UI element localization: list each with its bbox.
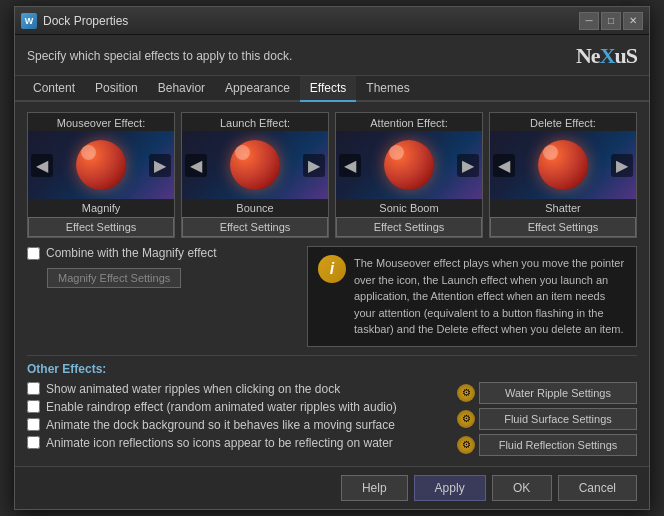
fluid-reflection-button[interactable]: Fluid Reflection Settings <box>479 434 637 456</box>
water-ripple-icon: ⚙ <box>457 384 475 402</box>
ripple-label: Show animated water ripples when clickin… <box>46 382 340 396</box>
nexus-logo: NeXuS <box>576 43 637 69</box>
tab-themes[interactable]: Themes <box>356 76 419 102</box>
info-text: The Mouseover effect plays when you move… <box>354 255 626 338</box>
background-label: Animate the dock background so it behave… <box>46 418 395 432</box>
raindrop-checkbox[interactable] <box>27 400 40 413</box>
mouseover-prev-arrow[interactable]: ◀ <box>31 154 53 177</box>
mouseover-settings-button[interactable]: Effect Settings <box>28 217 174 237</box>
attention-effect-label: Attention Effect: <box>368 113 449 131</box>
top-message: Specify which special effects to apply t… <box>27 49 292 63</box>
mouseover-effect-card: Mouseover Effect: ◀ ▶ Magnify Effect Set… <box>27 112 175 238</box>
mouseover-effect-name: Magnify <box>80 199 123 217</box>
delete-settings-button[interactable]: Effect Settings <box>490 217 636 237</box>
reflection-checkbox-row: Animate icon reflections so icons appear… <box>27 436 447 450</box>
delete-next-arrow[interactable]: ▶ <box>611 154 633 177</box>
background-checkbox[interactable] <box>27 418 40 431</box>
attention-next-arrow[interactable]: ▶ <box>457 154 479 177</box>
mouseover-effect-preview: ◀ ▶ <box>28 131 174 199</box>
attention-preview-image <box>384 140 434 190</box>
attention-prev-arrow[interactable]: ◀ <box>339 154 361 177</box>
fluid-surface-row: ⚙ Fluid Surface Settings <box>457 408 637 430</box>
launch-effect-card: Launch Effect: ◀ ▶ Bounce Effect Setting… <box>181 112 329 238</box>
app-icon: W <box>21 13 37 29</box>
info-box: i The Mouseover effect plays when you mo… <box>307 246 637 347</box>
mouseover-preview-image <box>76 140 126 190</box>
launch-next-arrow[interactable]: ▶ <box>303 154 325 177</box>
combine-label: Combine with the Magnify effect <box>46 246 217 260</box>
delete-effect-card: Delete Effect: ◀ ▶ Shatter Effect Settin… <box>489 112 637 238</box>
ripple-checkbox[interactable] <box>27 382 40 395</box>
combine-checkbox-row: Combine with the Magnify effect <box>27 246 297 260</box>
dock-properties-window: W Dock Properties ─ □ ✕ Specify which sp… <box>14 6 650 510</box>
other-effects-buttons: ⚙ Water Ripple Settings ⚙ Fluid Surface … <box>457 382 637 456</box>
top-bar: Specify which special effects to apply t… <box>15 35 649 76</box>
info-icon: i <box>318 255 346 283</box>
title-bar-left: W Dock Properties <box>21 13 128 29</box>
delete-effect-preview: ◀ ▶ <box>490 131 636 199</box>
mouseover-next-arrow[interactable]: ▶ <box>149 154 171 177</box>
fluid-surface-icon: ⚙ <box>457 410 475 428</box>
fluid-reflection-row: ⚙ Fluid Reflection Settings <box>457 434 637 456</box>
attention-effect-preview: ◀ ▶ <box>336 131 482 199</box>
title-controls: ─ □ ✕ <box>579 12 643 30</box>
reflection-checkbox[interactable] <box>27 436 40 449</box>
minimize-button[interactable]: ─ <box>579 12 599 30</box>
background-checkbox-row: Animate the dock background so it behave… <box>27 418 447 432</box>
ok-button[interactable]: OK <box>492 475 552 501</box>
delete-effect-name: Shatter <box>543 199 582 217</box>
combine-checkbox[interactable] <box>27 247 40 260</box>
attention-effect-card: Attention Effect: ◀ ▶ Sonic Boom Effect … <box>335 112 483 238</box>
tab-behavior[interactable]: Behavior <box>148 76 215 102</box>
tab-appearance[interactable]: Appearance <box>215 76 300 102</box>
delete-preview-image <box>538 140 588 190</box>
attention-settings-button[interactable]: Effect Settings <box>336 217 482 237</box>
raindrop-label: Enable raindrop effect (random animated … <box>46 400 397 414</box>
attention-effect-name: Sonic Boom <box>377 199 440 217</box>
launch-effect-name: Bounce <box>234 199 275 217</box>
tabs-bar: Content Position Behavior Appearance Eff… <box>15 76 649 102</box>
tab-content[interactable]: Content <box>23 76 85 102</box>
options-row: Combine with the Magnify effect Magnify … <box>27 246 637 347</box>
water-ripple-button[interactable]: Water Ripple Settings <box>479 382 637 404</box>
launch-settings-button[interactable]: Effect Settings <box>182 217 328 237</box>
effects-row: Mouseover Effect: ◀ ▶ Magnify Effect Set… <box>27 112 637 238</box>
window-title: Dock Properties <box>43 14 128 28</box>
launch-effect-preview: ◀ ▶ <box>182 131 328 199</box>
cancel-button[interactable]: Cancel <box>558 475 637 501</box>
launch-preview-image <box>230 140 280 190</box>
other-effects-label: Other Effects: <box>27 362 637 376</box>
footer: Help Apply OK Cancel <box>15 466 649 509</box>
delete-prev-arrow[interactable]: ◀ <box>493 154 515 177</box>
options-left: Combine with the Magnify effect Magnify … <box>27 246 297 347</box>
launch-prev-arrow[interactable]: ◀ <box>185 154 207 177</box>
reflection-label: Animate icon reflections so icons appear… <box>46 436 393 450</box>
water-ripple-row: ⚙ Water Ripple Settings <box>457 382 637 404</box>
launch-effect-label: Launch Effect: <box>218 113 292 131</box>
raindrop-checkbox-row: Enable raindrop effect (random animated … <box>27 400 447 414</box>
tab-position[interactable]: Position <box>85 76 148 102</box>
help-button[interactable]: Help <box>341 475 408 501</box>
fluid-reflection-icon: ⚙ <box>457 436 475 454</box>
title-bar: W Dock Properties ─ □ ✕ <box>15 7 649 35</box>
separator <box>27 355 637 356</box>
magnify-effect-settings-button[interactable]: Magnify Effect Settings <box>47 268 181 288</box>
other-effects-checkboxes: Show animated water ripples when clickin… <box>27 382 447 456</box>
main-panel: Mouseover Effect: ◀ ▶ Magnify Effect Set… <box>15 102 649 466</box>
tab-effects[interactable]: Effects <box>300 76 356 102</box>
mouseover-effect-label: Mouseover Effect: <box>55 113 147 131</box>
apply-button[interactable]: Apply <box>414 475 486 501</box>
close-button[interactable]: ✕ <box>623 12 643 30</box>
other-effects-section: Show animated water ripples when clickin… <box>27 382 637 456</box>
fluid-surface-button[interactable]: Fluid Surface Settings <box>479 408 637 430</box>
ripple-checkbox-row: Show animated water ripples when clickin… <box>27 382 447 396</box>
maximize-button[interactable]: □ <box>601 12 621 30</box>
delete-effect-label: Delete Effect: <box>528 113 598 131</box>
